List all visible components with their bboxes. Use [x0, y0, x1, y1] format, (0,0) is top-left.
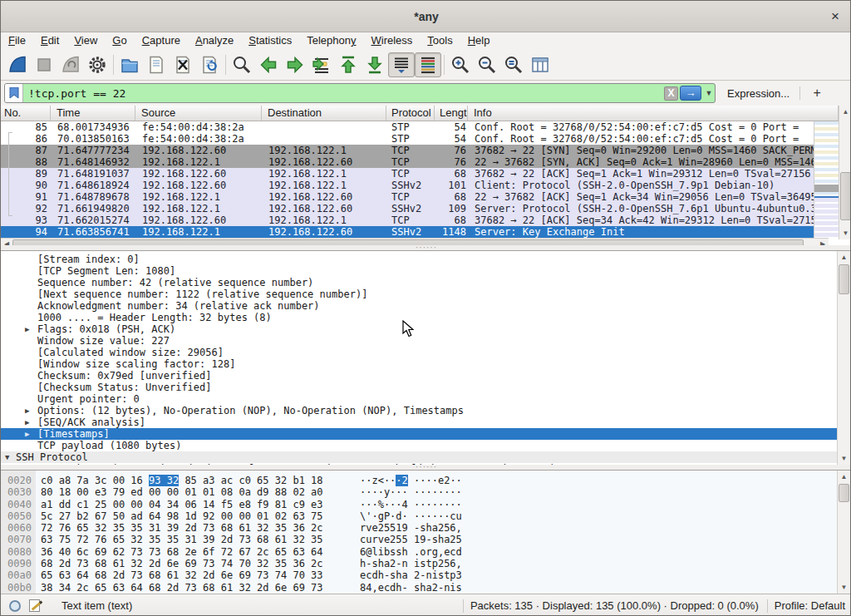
go-to-packet-button[interactable] — [308, 52, 335, 77]
column-header-length[interactable]: Length — [435, 106, 468, 121]
packet-row-90[interactable]: 9071.648618924192.168.122.60192.168.122.… — [1, 180, 814, 191]
go-forward-button[interactable] — [282, 52, 308, 77]
hex-vscrollbar[interactable]: ▲ ▼ — [837, 471, 850, 594]
detail-line[interactable]: ▶[SEQ/ACK analysis] — [1, 416, 851, 428]
open-file-button[interactable] — [116, 52, 143, 77]
packet-row-91[interactable]: 9171.648789678192.168.122.1192.168.122.6… — [1, 191, 814, 203]
hex-ascii[interactable]: h-sha2-n istp256, — [360, 558, 462, 569]
hex-row-0030[interactable]: 003080 18 00 e3 79 ed 00 00 01 01 08 0a … — [1, 486, 851, 498]
collapsed-arrow-icon[interactable]: ▶ — [25, 416, 29, 428]
zoom-reset-button[interactable] — [500, 52, 527, 77]
zoom-out-button[interactable] — [474, 52, 500, 77]
hex-bytes[interactable]: 68 2d 73 68 61 32 2d 6e 69 73 74 70 32 3… — [41, 558, 323, 569]
go-top-button[interactable] — [335, 52, 362, 77]
hex-bytes[interactable]: 36 40 6c 69 62 73 73 68 2e 6f 72 67 2c 6… — [41, 546, 323, 558]
scroll-up-arrow-icon[interactable]: ▲ — [839, 106, 851, 118]
hex-ascii[interactable]: ···%···4 ········ — [360, 499, 462, 510]
packet-row-86[interactable]: 8670.013850163fe:54:00:d4:38:2aSTP54Conf… — [1, 133, 814, 145]
detail-line[interactable]: [TCP Segment Len: 1080] — [1, 265, 851, 277]
find-packet-button[interactable] — [229, 52, 255, 77]
menu-tools[interactable]: Tools — [420, 32, 460, 49]
hex-bytes[interactable]: 65 63 64 68 2d 73 68 61 32 2d 6e 69 73 7… — [41, 569, 323, 581]
hex-bytes[interactable]: 72 76 65 32 35 35 31 39 2d 73 68 61 32 3… — [41, 522, 323, 534]
colorize-button[interactable] — [415, 52, 441, 77]
save-file-button[interactable] — [143, 52, 170, 77]
detail-line[interactable]: Checksum: 0x79ed [unverified] — [1, 370, 851, 382]
detail-line[interactable]: Urgent pointer: 0 — [1, 393, 851, 405]
zoom-in-button[interactable] — [447, 52, 474, 77]
detail-line[interactable]: [Checksum Status: Unverified] — [1, 382, 851, 393]
detail-line[interactable]: [Calculated window size: 29056] — [1, 347, 851, 358]
detail-vscrollbar[interactable]: ▲ ▼ — [837, 251, 850, 465]
capture-options-button[interactable] — [84, 52, 111, 77]
menu-file[interactable]: File — [1, 32, 33, 49]
hex-bytes[interactable]: 80 18 00 e3 79 ed 00 00 01 01 08 0a d9 8… — [41, 486, 323, 498]
restart-capture-button[interactable] — [57, 52, 84, 77]
packet-list-vscrollbar[interactable]: ▲ ▼ — [839, 106, 851, 239]
display-filter-input[interactable]: !tcp.port == 22 — [23, 87, 664, 100]
start-capture-button[interactable] — [4, 52, 31, 77]
hex-row-0080[interactable]: 008036 40 6c 69 62 73 73 68 2e 6f 72 67 … — [1, 546, 851, 558]
stop-capture-button[interactable] — [31, 52, 57, 77]
menu-view[interactable]: View — [66, 32, 105, 49]
detail-line[interactable]: ▶[Timestamps] — [1, 428, 839, 440]
title-bar[interactable]: *any × — [1, 1, 851, 32]
capture-comment-icon[interactable] — [29, 599, 40, 612]
detail-line[interactable]: Acknowledgment number: 34 (relative ack … — [1, 300, 851, 312]
go-bottom-button[interactable] — [362, 52, 388, 77]
hex-bytes[interactable]: 38 34 2c 65 63 64 68 2d 73 68 61 32 2d 6… — [41, 582, 323, 594]
detail-line[interactable]: [Next sequence number: 1122 (relative se… — [1, 288, 851, 300]
packet-row-88[interactable]: 8871.648146932192.168.122.1192.168.122.6… — [1, 156, 814, 168]
collapsed-arrow-icon[interactable]: ▶ — [25, 428, 29, 440]
hex-ascii[interactable]: 84,ecdh- sha2-nis — [360, 582, 462, 594]
display-filter-box[interactable]: !tcp.port == 22 X → ▼ — [4, 83, 716, 103]
detail-line[interactable]: TCP payload (1080 bytes) — [1, 440, 851, 451]
detail-line[interactable]: ▶Flags: 0x018 (PSH, ACK) — [1, 323, 851, 335]
hex-ascii[interactable]: ··z<···2 ····e2·· — [360, 475, 462, 486]
detail-line[interactable]: Window size value: 227 — [1, 335, 851, 347]
hex-row-00b0[interactable]: 00b038 34 2c 65 63 64 68 2d 73 68 61 32 … — [1, 582, 851, 594]
hex-row-0050[interactable]: 00505c 27 b2 67 50 ad 64 98 1d 92 00 00 … — [1, 510, 851, 522]
menu-help[interactable]: Help — [460, 32, 498, 49]
packet-row-89[interactable]: 8971.648191037192.168.122.60192.168.122.… — [1, 168, 814, 180]
detail-line[interactable]: [Window size scaling factor: 128] — [1, 358, 851, 370]
column-header-source[interactable]: Source — [135, 106, 262, 121]
detail-line[interactable]: ▼SSH Protocol — [1, 451, 839, 463]
detail-line[interactable]: Sequence number: 42 (relative sequence n… — [1, 277, 851, 288]
expanded-arrow-icon[interactable]: ▼ — [5, 451, 9, 463]
scroll-thumb[interactable] — [839, 264, 849, 294]
menu-edit[interactable]: Edit — [33, 32, 66, 49]
menu-telephony[interactable]: Telephony — [299, 32, 363, 49]
column-header-no[interactable]: No. — [1, 106, 51, 121]
hex-row-0090[interactable]: 009068 2d 73 68 61 32 2d 6e 69 73 74 70 … — [1, 558, 851, 569]
auto-scroll-button[interactable] — [388, 52, 415, 77]
hex-bytes[interactable]: c0 a8 7a 3c 00 16 93 32 85 a3 ac c0 65 3… — [41, 475, 323, 486]
menu-capture[interactable]: Capture — [135, 32, 188, 49]
packet-row-92[interactable]: 9271.661949820192.168.122.1192.168.122.6… — [1, 203, 814, 214]
menu-go[interactable]: Go — [105, 32, 134, 49]
hex-row-0060[interactable]: 006072 76 65 32 35 35 31 39 2d 73 68 61 … — [1, 522, 851, 534]
column-header-destination[interactable]: Destination — [262, 106, 386, 121]
close-file-button[interactable] — [170, 52, 196, 77]
hex-ascii[interactable]: rve25519 -sha256, — [360, 522, 462, 534]
collapsed-arrow-icon[interactable]: ▶ — [25, 405, 29, 416]
packet-row-85[interactable]: 8568.001734936fe:54:00:d4:38:2aSTP54Conf… — [1, 121, 814, 133]
detail-line[interactable]: ▶Options: (12 bytes), No-Operation (NOP)… — [1, 405, 851, 416]
expression-button[interactable]: Expression... — [727, 87, 790, 100]
column-header-time[interactable]: Time — [51, 106, 135, 121]
hex-bytes[interactable]: 63 75 72 76 65 32 35 35 31 39 2d 73 68 6… — [41, 534, 323, 545]
hex-row-00a0[interactable]: 00a065 63 64 68 2d 73 68 61 32 2d 6e 69 … — [1, 569, 851, 581]
filter-bookmark-button[interactable] — [5, 84, 23, 102]
hex-ascii[interactable]: ecdh-sha 2-nistp3 — [360, 569, 462, 581]
column-header-info[interactable]: Info — [468, 106, 839, 121]
scroll-down-arrow-icon[interactable]: ▼ — [839, 227, 851, 239]
filter-history-dropdown[interactable]: ▼ — [703, 86, 715, 101]
collapsed-arrow-icon[interactable]: ▶ — [25, 323, 29, 335]
go-back-button[interactable] — [255, 52, 282, 77]
detail-line[interactable]: [Stream index: 0] — [1, 254, 851, 265]
hex-row-0020[interactable]: 0020c0 a8 7a 3c 00 16 93 32 85 a3 ac c0 … — [1, 475, 851, 486]
packet-row-87[interactable]: 8771.647777234192.168.122.60192.168.122.… — [1, 145, 814, 156]
scroll-up-arrow-icon[interactable]: ▲ — [838, 471, 850, 483]
intelligent-scrollbar-minimap[interactable] — [814, 121, 839, 238]
detail-line[interactable]: 1000 .... = Header Length: 32 bytes (8) — [1, 312, 851, 323]
